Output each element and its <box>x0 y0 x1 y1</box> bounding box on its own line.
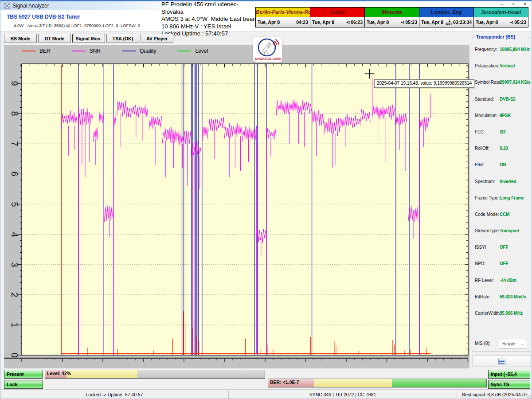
transponder-label: Pilot: <box>475 162 485 167</box>
legend-line-quality <box>122 51 136 51</box>
y-tick-label: 3 <box>9 259 20 270</box>
transponder-label: Modulation: <box>475 113 498 118</box>
tab-signal-mon-[interactable]: Signal Mon. <box>72 34 105 43</box>
legend-label-quality: Quality <box>140 48 156 54</box>
mis-select[interactable]: Single ⌄ <box>499 339 527 348</box>
transponder-label: Standard: <box>475 97 494 102</box>
chevron-down-icon: ⌄ <box>521 339 524 348</box>
clock-berlin-paris-vienna-roma: Berlin-Paris-Vienna-RomaTue, Apr 804:23 <box>255 7 310 27</box>
transponder-label: Symbol Rate: <box>475 80 501 85</box>
transponder-value: -44 dBm <box>500 278 516 283</box>
transponder-row: CarrierWidth:35,996 MHz <box>472 306 530 323</box>
bar-zone <box>137 370 265 378</box>
clock-time: 06:23 <box>351 20 363 25</box>
tab-av-player[interactable]: AV Player <box>141 34 173 43</box>
log-export-button[interactable] <box>473 356 531 367</box>
dxsatcs-logo: DXSATCS.COM <box>253 37 282 63</box>
chart-legend: BERSNRQualityLevel <box>22 47 229 55</box>
clock-utc-offset: -1DST <box>446 19 452 25</box>
y-tick-label: 5 <box>9 199 20 210</box>
tab-tsa-ok-[interactable]: TSA (OK) <box>106 34 139 43</box>
statusbar-lock-uptime: Locked -> Uptime: 57:40:57 <box>0 390 228 399</box>
transponder-row: Pilot:ON <box>472 158 530 174</box>
app-icon <box>4 3 10 9</box>
clock-city: Dubai <box>310 8 364 17</box>
transponder-value: 8PSK <box>500 113 511 118</box>
badge-lock: Lock <box>4 380 43 389</box>
resize-grip[interactable] <box>527 395 532 399</box>
y-tick-label: 8 <box>9 108 20 119</box>
y-tick-label: 1 <box>9 319 20 331</box>
clock-time-row: Tue, Apr 8+105:23 <box>474 17 528 27</box>
clock-city: Berlin-Paris-Vienna-Roma <box>256 8 310 17</box>
legend-line-snr <box>72 51 86 51</box>
transponder-label: RF Level: <box>475 278 494 283</box>
statusbar: Locked -> Uptime: 57:40:57 SYNC 349 | TE… <box>0 389 532 399</box>
transponder-row: Code Mode:CCM <box>472 207 530 224</box>
clock-date: Tue, Apr 8 <box>421 20 446 25</box>
badge-present: Present <box>4 370 43 379</box>
badge-input-mbps-: Input (~55,4 Mbps) <box>488 370 530 379</box>
transponder-panel-title: Transponder [BS] <box>475 34 516 39</box>
signal-analyzer-window: Signal Analyzer –▫× TBS 5927 USB DVB-S2 … <box>0 0 532 399</box>
clock-dubai: DubaiTue, Apr 8+206:23 <box>310 7 365 27</box>
legend-line-level <box>177 51 191 51</box>
tuner-name: TBS 5927 USB DVB-S2 Tuner <box>7 14 80 20</box>
clock-city: London, Eng <box>419 8 473 17</box>
bar-ber-label: BER: <1.0E-7 <box>270 379 299 385</box>
clock-time-row: Tue, Apr 8+105:23 <box>365 17 419 27</box>
signal-chart[interactable] <box>4 45 469 368</box>
station-info-line: PF Prodelin 450 cm/Lučenec-Slovakia <box>161 1 259 16</box>
clock-date: Tue, Apr 8 <box>258 20 296 25</box>
station-info-line: 10 806 MHz-V : YES Israel <box>161 23 259 31</box>
transponder-row: Stream type:Transport <box>472 224 530 240</box>
clock-utc-offset: +1 <box>510 21 513 24</box>
transponder-row: BitRate:59,424 Mbit/s <box>472 290 530 306</box>
clock-date: Tue, Apr 8 <box>476 20 510 25</box>
transponder-value: 0.20 <box>500 146 508 151</box>
transponder-label: Stream type: <box>475 228 500 233</box>
transponder-value: OFF <box>500 261 508 266</box>
clock-city: Jerusalem-Israel <box>474 8 528 17</box>
transponder-value: Transport <box>500 228 519 233</box>
logo-text: DXSATCS.COM <box>255 57 281 61</box>
legend-label-snr: SNR <box>90 48 101 54</box>
transponder-row: Symbol Rate:29997,014 KS/s <box>472 75 530 92</box>
badge-sync-ts: Sync TS <box>488 380 530 389</box>
signal-chart-region: BERSNRQualityLevel 0123456789 <box>4 45 469 368</box>
tab-dt-mode[interactable]: DT Mode <box>38 34 71 43</box>
clock-time: 03:23:34 <box>453 20 472 25</box>
station-info-block: PF Prodelin 450 cm/Lučenec-SlovakiaAMOS … <box>161 1 259 38</box>
log-icon <box>498 359 505 364</box>
transponder-row: Frequency:10805,894 MHz <box>472 43 530 59</box>
clock-utc-offset: +1 <box>401 21 404 24</box>
transponder-value: Long Frame <box>500 196 524 200</box>
transponder-value: OFF <box>500 245 508 250</box>
transponder-row: FEC:2/3 <box>472 125 530 141</box>
bar-level-label: Level: 42% <box>47 371 71 376</box>
clock-time-row: Tue, Apr 804:23 <box>256 17 310 27</box>
mis-value: Single <box>502 341 515 346</box>
transponder-row: Polarization:Vertical <box>472 59 530 75</box>
legend-label-ber: BER <box>39 48 51 54</box>
transponder-label: CarrierWidth: <box>475 311 501 316</box>
transponder-panel: Transponder [BS] Frequency:10805,894 MHz… <box>472 37 530 352</box>
clock-time: 05:23 <box>514 20 526 25</box>
y-tick-label: 7 <box>9 138 20 149</box>
clock-time-row: Tue, Apr 8+206:23 <box>310 17 364 27</box>
tab-bs-mode[interactable]: BS Mode <box>4 34 37 43</box>
y-tick-label: 9 <box>9 78 20 89</box>
clock-time: 05:23 <box>405 20 417 25</box>
transponder-label: Frequency: <box>475 47 497 52</box>
clock-moscow: MoscowTue, Apr 8+105:23 <box>364 7 419 27</box>
chart-tooltip: 2025-04-07 19.16.43, value: 9,1999998092… <box>374 79 474 88</box>
legend-line-ber <box>22 51 35 51</box>
transponder-value: 10805,894 MHz <box>500 47 530 52</box>
y-tick-label: 0 <box>9 349 20 361</box>
transponder-value: Inverted <box>500 179 516 184</box>
transponder-row: Spectrum:Inverted <box>472 175 530 191</box>
y-tick-label: 2 <box>9 289 20 301</box>
bar-ber: BER: <1.0E-7 <box>268 379 487 387</box>
transponder-value: 29997,014 KS/s <box>500 80 530 85</box>
tuner-config: 4.0W - Amos 3/7 (ID: 3560) @ LOF1: 97500… <box>14 23 140 28</box>
